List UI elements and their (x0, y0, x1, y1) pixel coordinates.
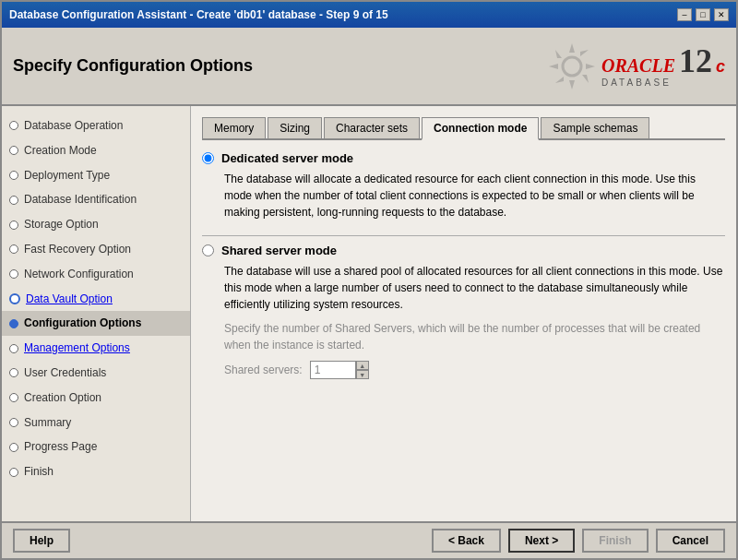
spinner-down-button[interactable]: ▼ (356, 370, 369, 379)
shared-radio[interactable] (202, 244, 214, 256)
sidebar-item-storage-option[interactable]: Storage Option (2, 212, 190, 237)
sidebar-item-fast-recovery[interactable]: Fast Recovery Option (2, 237, 190, 262)
sidebar-item-data-vault[interactable]: Data Vault Option (2, 287, 190, 312)
shared-servers-hint: Specify the number of Shared Servers, wh… (224, 320, 725, 353)
cancel-button[interactable]: Cancel (656, 529, 725, 553)
oracle-logo: ORACLE 12c DATABASE (544, 39, 725, 94)
shared-servers-input[interactable] (310, 361, 356, 379)
version-suffix: c (716, 57, 725, 77)
step-dot-15 (9, 468, 18, 477)
sidebar-item-creation-option[interactable]: Creation Option (2, 386, 190, 411)
step-dot-8 (9, 293, 20, 304)
sidebar-item-deployment-type[interactable]: Deployment Type (2, 163, 190, 188)
sidebar-item-network-config[interactable]: Network Configuration (2, 262, 190, 287)
tab-connection-mode[interactable]: Connection mode (422, 117, 539, 140)
dedicated-server-section: Dedicated server mode The database will … (202, 151, 725, 220)
step-dot-7 (9, 269, 18, 279)
sidebar-item-summary[interactable]: Summary (2, 411, 190, 435)
step-dot-1 (9, 121, 18, 130)
sidebar-item-creation-mode[interactable]: Creation Mode (2, 138, 190, 163)
content-area: Database Operation Creation Mode Deploym… (2, 106, 736, 521)
minimize-button[interactable]: – (677, 8, 692, 21)
step-dot-3 (9, 171, 18, 180)
dedicated-radio[interactable] (202, 152, 214, 164)
shared-servers-label: Shared servers: (224, 363, 303, 376)
step-dot-2 (9, 146, 18, 155)
shared-servers-spinner: ▲ ▼ (310, 361, 369, 379)
bottom-bar: Help < Back Next > Finish Cancel (2, 521, 736, 558)
tab-sizing[interactable]: Sizing (268, 117, 322, 138)
tab-character-sets[interactable]: Character sets (324, 117, 420, 138)
back-button[interactable]: < Back (432, 529, 501, 553)
bottom-left: Help (13, 529, 70, 553)
spinner-buttons: ▲ ▼ (356, 361, 369, 379)
oracle-text: ORACLE (601, 55, 675, 77)
step-dot-6 (9, 244, 18, 254)
shared-server-description: The database will use a shared pool of a… (224, 263, 725, 313)
sidebar: Database Operation Creation Mode Deploym… (2, 106, 191, 521)
help-button[interactable]: Help (13, 529, 70, 553)
tab-memory[interactable]: Memory (202, 117, 266, 138)
step-dot-14 (9, 443, 18, 452)
step-dot-5 (9, 220, 18, 230)
tab-bar: Memory Sizing Character sets Connection … (202, 117, 725, 140)
finish-button[interactable]: Finish (582, 529, 648, 553)
connection-mode-content: Dedicated server mode The database will … (202, 151, 725, 510)
shared-servers-row: Shared servers: ▲ ▼ (224, 361, 725, 379)
main-window: Database Configuration Assistant - Creat… (0, 0, 738, 560)
shared-server-section: Shared server mode The database will use… (202, 244, 725, 379)
svg-point-0 (563, 57, 581, 76)
bottom-right: < Back Next > Finish Cancel (432, 529, 725, 553)
step-dot-11 (9, 368, 18, 377)
tab-sample-schemas[interactable]: Sample schemas (541, 117, 649, 138)
dedicated-server-label[interactable]: Dedicated server mode (202, 151, 725, 165)
sidebar-item-database-operation[interactable]: Database Operation (2, 113, 190, 138)
step-dot-9 (9, 319, 18, 328)
sidebar-item-user-credentials[interactable]: User Credentials (2, 361, 190, 386)
next-button[interactable]: Next > (508, 529, 575, 553)
shared-server-label[interactable]: Shared server mode (202, 244, 725, 257)
sidebar-item-finish[interactable]: Finish (2, 459, 190, 484)
sidebar-item-config-options[interactable]: Configuration Options (2, 311, 190, 336)
dedicated-server-text: Dedicated server mode (221, 151, 353, 165)
sidebar-item-db-identification[interactable]: Database Identification (2, 187, 190, 212)
maximize-button[interactable]: □ (696, 8, 710, 21)
version-number: 12 (679, 44, 712, 77)
step-dot-12 (9, 393, 18, 402)
header-title: Specify Configuration Options (13, 56, 253, 76)
close-button[interactable]: ✕ (714, 8, 729, 21)
title-bar: Database Configuration Assistant - Creat… (2, 2, 736, 28)
header-area: Specify Configuration Options ORACLE 12c… (2, 28, 736, 106)
step-dot-10 (9, 344, 18, 353)
spinner-up-button[interactable]: ▲ (356, 361, 369, 370)
main-panel: Memory Sizing Character sets Connection … (191, 106, 736, 521)
oracle-brand: ORACLE 12c DATABASE (601, 44, 725, 88)
step-dot-13 (9, 418, 18, 427)
step-dot-4 (9, 196, 18, 205)
divider-1 (202, 235, 725, 236)
gear-decorative-icon (544, 39, 600, 94)
window-title: Database Configuration Assistant - Creat… (9, 8, 388, 21)
dedicated-server-description: The database will allocate a dedicated r… (224, 171, 725, 220)
window-controls: – □ ✕ (677, 8, 729, 21)
sidebar-item-progress-page[interactable]: Progress Page (2, 435, 190, 459)
sidebar-item-management-options[interactable]: Management Options (2, 336, 190, 361)
shared-server-text: Shared server mode (221, 244, 337, 257)
